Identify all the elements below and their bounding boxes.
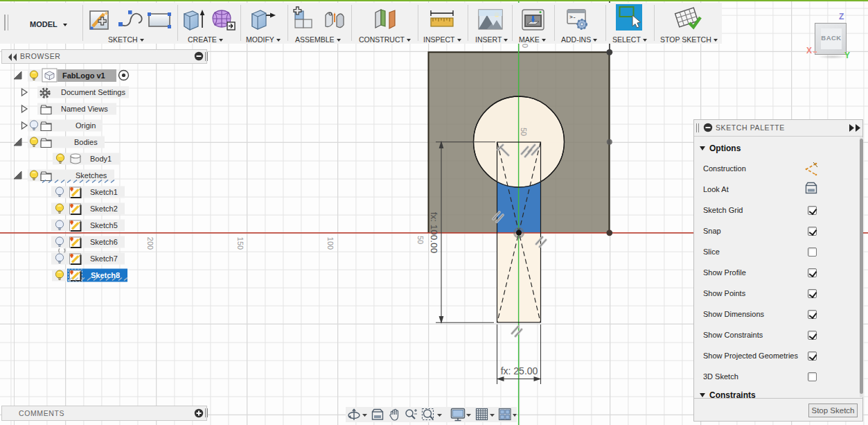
svg-text:>-: >- (569, 14, 576, 20)
